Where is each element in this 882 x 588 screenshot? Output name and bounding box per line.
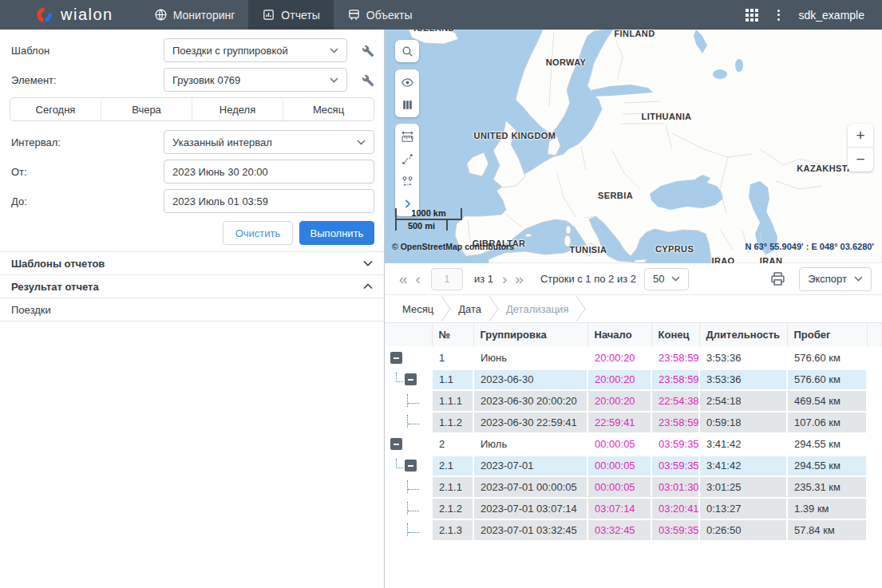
execute-button[interactable]: Выполнить bbox=[299, 221, 374, 245]
map-label-iran: IRAN bbox=[760, 256, 783, 263]
range-today-button[interactable]: Сегодня bbox=[10, 98, 101, 120]
cell-end-time-link[interactable]: 23:58:59 bbox=[659, 352, 699, 364]
export-button[interactable]: Экспорт bbox=[799, 267, 872, 291]
template-select[interactable]: Поездки с группировкой bbox=[164, 38, 347, 62]
report-chart-icon bbox=[262, 8, 275, 22]
cell-end-time-link[interactable]: 22:54:38 bbox=[659, 395, 699, 407]
interval-label: Интервал: bbox=[10, 136, 164, 148]
chevron-down-icon bbox=[357, 140, 366, 145]
header-num: № bbox=[432, 323, 473, 347]
tree-cell bbox=[385, 347, 432, 369]
globe-icon bbox=[154, 8, 168, 22]
unit-select[interactable]: Грузовик 0769 bbox=[164, 68, 347, 92]
cell-num: 2.1.1 bbox=[432, 476, 473, 498]
kebab-menu-icon[interactable] bbox=[774, 6, 783, 24]
cell-end-time-link[interactable]: 03:01:30 bbox=[659, 481, 699, 493]
map-route-button[interactable] bbox=[395, 148, 419, 170]
cell-start-time-link[interactable]: 20:00:20 bbox=[595, 373, 635, 385]
cell-mileage: 235.31 км bbox=[787, 476, 867, 498]
cell-grouping: 2023-07-01 03:32:45 bbox=[473, 519, 587, 541]
unit-settings-wrench-icon[interactable] bbox=[361, 73, 374, 87]
cell-mileage: 469.54 км bbox=[787, 390, 867, 412]
apps-grid-icon[interactable] bbox=[746, 9, 758, 22]
collapse-group-icon[interactable] bbox=[405, 373, 417, 385]
tab-label: Отчеты bbox=[281, 9, 319, 22]
tab-monitoring[interactable]: Мониторинг bbox=[140, 0, 249, 30]
bus-icon bbox=[347, 8, 361, 22]
cell-grouping: 2023-07-01 bbox=[473, 455, 587, 476]
cell-start-time-link[interactable]: 00:00:05 bbox=[595, 460, 635, 472]
cell-start-time-link[interactable]: 20:00:20 bbox=[595, 395, 635, 407]
username[interactable]: sdk_example bbox=[799, 9, 865, 22]
cell-end-time-link[interactable]: 03:59:35 bbox=[659, 524, 699, 536]
right-panel: ICELANDFINLANDNORWAYLITHUANIAUNITED KING… bbox=[385, 30, 882, 588]
map-label-lithuania: LITHUANIA bbox=[642, 112, 692, 121]
interval-select[interactable]: Указанный интервал bbox=[164, 130, 374, 154]
map-layers-button[interactable] bbox=[395, 93, 419, 116]
map-visibility-button[interactable] bbox=[395, 71, 419, 93]
template-settings-wrench-icon[interactable] bbox=[361, 44, 374, 57]
cell-grouping: 2023-06-30 22:59:41 bbox=[473, 412, 587, 433]
prev-page-button[interactable]: ‹ bbox=[412, 271, 425, 286]
map[interactable]: ICELANDFINLANDNORWAYLITHUANIAUNITED KING… bbox=[385, 30, 882, 263]
section-report-templates[interactable]: Шаблоны отчетов bbox=[0, 252, 384, 275]
range-week-button[interactable]: Неделя bbox=[192, 98, 283, 120]
cell-end-time-link[interactable]: 03:20:41 bbox=[659, 503, 699, 515]
from-date-input[interactable]: 2023 Июнь 30 20:00 bbox=[164, 160, 374, 184]
unit-row: Элемент: Грузовик 0769 bbox=[10, 68, 374, 92]
tree-cell bbox=[385, 498, 432, 519]
clear-button[interactable]: Очистить bbox=[223, 221, 293, 245]
map-markers-button[interactable] bbox=[395, 170, 419, 192]
cell-end-time-link[interactable]: 03:59:35 bbox=[659, 460, 699, 472]
next-page-button[interactable]: › bbox=[498, 271, 511, 286]
map-search-control bbox=[395, 40, 419, 62]
report-result-item-trips[interactable]: Поездки bbox=[0, 298, 384, 322]
collapse-group-icon[interactable] bbox=[405, 460, 417, 472]
range-month-button[interactable]: Месяц bbox=[283, 98, 374, 120]
cell-gutter bbox=[867, 412, 882, 433]
cell-start-time-link[interactable]: 20:00:20 bbox=[595, 352, 635, 364]
unit-label: Элемент: bbox=[10, 74, 164, 86]
map-ruler-button[interactable] bbox=[395, 125, 419, 148]
map-label-iraq: IRAQ bbox=[711, 256, 734, 263]
collapse-group-icon[interactable] bbox=[390, 352, 402, 364]
range-yesterday-button[interactable]: Вчера bbox=[101, 98, 192, 120]
zoom-in-button[interactable]: + bbox=[848, 124, 873, 148]
section-report-result[interactable]: Результат отчета bbox=[0, 275, 384, 298]
template-row: Шаблон Поездки с группировкой bbox=[10, 38, 374, 62]
cell-start-time-link[interactable]: 03:32:45 bbox=[595, 524, 635, 536]
tab-reports[interactable]: Отчеты bbox=[248, 0, 333, 30]
topbar-right: sdk_example bbox=[746, 0, 882, 30]
map-layers-icon bbox=[401, 98, 414, 112]
cell-start-time-link[interactable]: 00:00:05 bbox=[595, 438, 635, 450]
cell-end-time-link[interactable]: 23:58:59 bbox=[659, 373, 699, 385]
tree-cell bbox=[385, 412, 432, 433]
table-row: 1.1.2 2023-06-30 22:59:41 22:59:41 23:58… bbox=[385, 412, 882, 433]
cell-start-time-link[interactable]: 00:00:05 bbox=[595, 481, 635, 493]
map-search-button[interactable] bbox=[395, 40, 419, 62]
to-date-input[interactable]: 2023 Июль 01 03:59 bbox=[164, 189, 374, 213]
first-page-button[interactable]: « bbox=[395, 271, 412, 286]
cell-num: 1 bbox=[432, 347, 473, 369]
collapse-group-icon[interactable] bbox=[390, 438, 402, 450]
map-label-cyprus: CYPRUS bbox=[655, 244, 694, 254]
crumb-month[interactable]: Месяц bbox=[395, 295, 441, 322]
tree-branch-icon bbox=[407, 523, 420, 538]
breadcrumb-separator bbox=[441, 295, 451, 322]
cell-start-time-link[interactable]: 22:59:41 bbox=[595, 416, 635, 428]
print-button[interactable] bbox=[769, 270, 786, 287]
cell-end-time-link[interactable]: 23:58:59 bbox=[659, 416, 699, 428]
table-header-row: № Группировка Начало Конец Длительность … bbox=[385, 323, 882, 347]
cell-start-time-link[interactable]: 03:07:14 bbox=[595, 503, 635, 515]
eye-icon bbox=[401, 76, 414, 89]
page-input[interactable] bbox=[431, 268, 463, 290]
cell-end-time-link[interactable]: 03:59:35 bbox=[659, 438, 699, 450]
crumb-detail[interactable]: Детализация bbox=[499, 295, 575, 322]
crumb-date[interactable]: Дата bbox=[451, 295, 488, 322]
page-size-select[interactable]: 50 bbox=[644, 268, 689, 290]
tab-units[interactable]: Объекты bbox=[334, 0, 426, 30]
last-page-button[interactable]: » bbox=[511, 271, 528, 286]
zoom-out-button[interactable]: − bbox=[848, 148, 873, 172]
cell-num: 1.1.2 bbox=[432, 412, 473, 433]
brand[interactable]: wialon bbox=[0, 0, 140, 30]
